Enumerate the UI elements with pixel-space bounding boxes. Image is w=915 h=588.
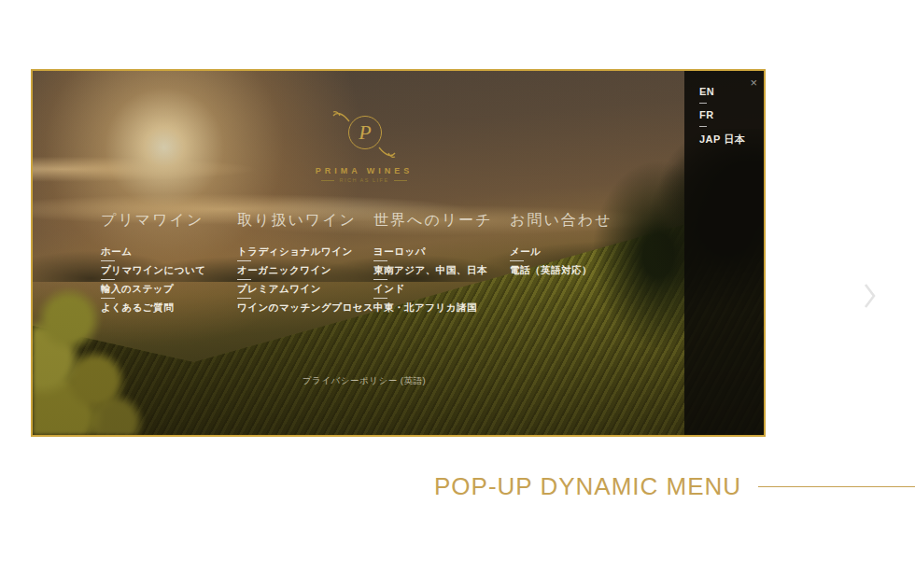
language-divider <box>699 126 707 127</box>
menu-item-divider <box>373 298 387 299</box>
menu-item[interactable]: プリマワインについて <box>101 265 237 275</box>
menu-column-title: 世界へのリーチ <box>373 211 510 231</box>
menu-column-title: お問い合わせ <box>510 211 646 231</box>
brand-tagline: RICH AS LIFE <box>33 177 696 183</box>
menu-column-title: プリマワイン <box>101 211 237 231</box>
tagline-dash <box>321 180 334 181</box>
menu-item-divider <box>101 298 115 299</box>
language-divider <box>699 103 707 104</box>
menu-item[interactable]: よくあるご質問 <box>101 302 237 313</box>
brand-name: PRIMA WINES <box>33 166 696 175</box>
caption-text: POP-UP DYNAMIC MENU <box>434 472 741 501</box>
menu-column-title: 取り扱いワイン <box>237 211 373 231</box>
brand-logo: P PRIMA WINES RICH AS LIFE <box>33 108 696 183</box>
close-icon[interactable]: × <box>750 77 757 89</box>
caption: POP-UP DYNAMIC MENU <box>434 472 915 501</box>
menu-item-divider <box>373 260 387 261</box>
menu-item[interactable]: 電話（英語対応） <box>510 265 646 275</box>
menu-item-divider <box>237 298 251 299</box>
menu-item-divider <box>237 279 251 280</box>
menu-item-divider <box>101 279 115 280</box>
carousel-next-button[interactable] <box>863 283 877 309</box>
menu-item[interactable]: トラディショナルワイン <box>237 246 373 257</box>
language-option[interactable]: JAP 日本 <box>699 133 764 147</box>
menu-item[interactable]: インド <box>373 284 510 294</box>
vine-flourish-icon <box>377 146 396 159</box>
language-panel: × ENFRJAP 日本 <box>684 71 764 435</box>
vine-flourish-icon <box>332 110 351 123</box>
menu-item[interactable]: 輸入のステップ <box>101 284 237 294</box>
tagline-dash <box>394 180 407 181</box>
logo-circle: P <box>348 116 382 149</box>
logo-monogram: P <box>359 122 371 143</box>
hero-screenshot: P PRIMA WINES RICH AS LIFE プリマワインホームプリマワ… <box>31 69 766 437</box>
menu-item[interactable]: 中東・北アフリカ諸国 <box>373 302 510 313</box>
menu-item[interactable]: オーガニックワイン <box>237 265 373 275</box>
brand-tagline-text: RICH AS LIFE <box>339 177 388 183</box>
mega-menu: プリマワインホームプリマワインについて輸入のステップよくあるご質問取り扱いワイン… <box>101 211 646 313</box>
menu-item[interactable]: ホーム <box>101 246 237 257</box>
menu-item[interactable]: プレミアムワイン <box>237 284 373 294</box>
menu-item[interactable]: メール <box>510 246 646 257</box>
caption-line <box>758 486 915 487</box>
menu-column-0: プリマワインホームプリマワインについて輸入のステップよくあるご質問 <box>101 211 237 313</box>
brand-logo-mark: P <box>336 108 392 159</box>
menu-item-divider <box>373 279 387 280</box>
menu-item-divider <box>101 260 115 261</box>
menu-item[interactable]: 東南アジア、中国、日本 <box>373 265 510 275</box>
language-option[interactable]: FR <box>699 109 764 120</box>
menu-item-divider <box>237 260 251 261</box>
menu-item[interactable]: ヨーロッパ <box>373 246 510 257</box>
menu-item-divider <box>510 260 524 261</box>
privacy-policy-link[interactable]: プライバシーポリシー (英語) <box>33 375 696 387</box>
menu-column-2: 世界へのリーチヨーロッパ東南アジア、中国、日本インド中東・北アフリカ諸国 <box>373 211 510 313</box>
menu-column-1: 取り扱いワイントラディショナルワインオーガニックワインプレミアムワインワインのマ… <box>237 211 373 313</box>
chevron-right-icon <box>863 283 877 309</box>
menu-item[interactable]: ワインのマッチングプロセス <box>237 302 373 313</box>
menu-column-3: お問い合わせメール電話（英語対応） <box>510 211 646 313</box>
